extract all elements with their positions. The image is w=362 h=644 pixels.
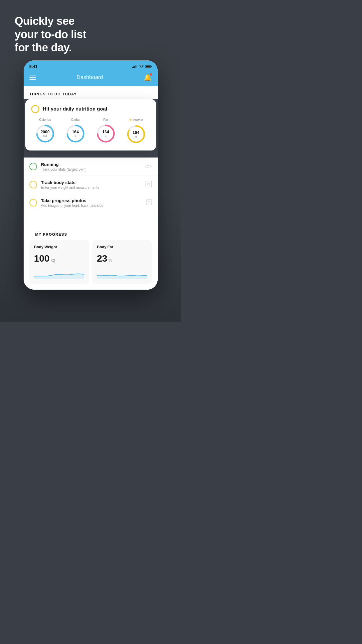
todo-circle-body-stats	[29, 181, 37, 188]
app-header: Dashboard 🔔	[24, 71, 158, 86]
todo-title-running: Running	[41, 162, 141, 167]
carbs-label: Carbs	[71, 118, 80, 121]
phone-frame: 9:41	[24, 60, 158, 290]
body-fat-number: 23	[97, 253, 108, 264]
hero-title: Quickly see your to-do list for the day.	[15, 15, 166, 55]
nutrition-circles: Calories 2000 cal	[31, 118, 150, 145]
status-bar: 9:41	[24, 60, 158, 71]
todo-subtitle-body-stats: Enter your weight and measurements	[41, 186, 141, 190]
calories-label: Calories	[39, 118, 51, 121]
body-weight-value-row: 100 kg	[34, 253, 84, 264]
todo-subtitle-photos: Add images of your front, back, and side	[41, 204, 142, 208]
nutrition-item-protein: ★ Protein 164 g	[126, 118, 147, 145]
progress-cards: Body Weight 100 kg	[29, 240, 152, 290]
nutrition-card-header: Hit your daily nutrition goal	[31, 105, 150, 113]
body-weight-title: Body Weight	[34, 245, 84, 249]
svg-rect-1	[133, 66, 134, 68]
wifi-icon	[139, 65, 144, 68]
shoe-icon	[145, 163, 152, 170]
todo-title-photos: Take progress photos	[41, 198, 142, 203]
todo-text-running: Running Track your stats (target: 5km)	[41, 162, 141, 172]
signal-icon	[132, 65, 137, 68]
nutrition-card-title: Hit your daily nutrition goal	[43, 106, 107, 112]
svg-rect-5	[146, 65, 150, 67]
protein-label: ★ Protein	[129, 118, 143, 122]
nutrition-card: Hit your daily nutrition goal Calories	[25, 99, 156, 150]
todo-item-photos[interactable]: Take progress photos Add images of your …	[24, 194, 158, 212]
todo-list: Running Track your stats (target: 5km)	[24, 158, 158, 212]
body-fat-chart	[97, 267, 147, 279]
header-title: Dashboard	[77, 74, 103, 80]
body-fat-value-row: 23 %	[97, 253, 147, 264]
hamburger-menu[interactable]	[29, 76, 36, 80]
body-weight-number: 100	[34, 253, 50, 264]
fat-ring: 164 g	[95, 123, 116, 144]
todo-item-running[interactable]: Running Track your stats (target: 5km)	[24, 158, 158, 176]
protein-value: 164 g	[133, 130, 139, 138]
fat-label: Fat	[103, 118, 108, 121]
svg-rect-15	[146, 181, 152, 187]
todo-text-photos: Take progress photos Add images of your …	[41, 198, 142, 208]
nutrition-item-carbs: Carbs 164 g	[65, 118, 86, 145]
person-icon	[146, 199, 152, 207]
notification-bell[interactable]: 🔔	[144, 74, 152, 81]
progress-section-title: MY PROGRESS	[29, 226, 152, 240]
carbs-value: 164 g	[72, 130, 79, 137]
notification-dot	[150, 73, 152, 76]
svg-rect-2	[134, 66, 135, 68]
status-time: 9:41	[29, 64, 38, 69]
calories-value: 2000 cal	[41, 130, 50, 137]
status-icons	[132, 65, 152, 68]
progress-section: MY PROGRESS Body Weight 100 kg	[24, 220, 158, 290]
spacer	[24, 212, 158, 220]
carbs-ring: 164 g	[65, 123, 86, 144]
svg-rect-3	[136, 65, 136, 68]
progress-card-fat[interactable]: Body Fat 23 %	[92, 240, 152, 284]
body-fat-unit: %	[108, 258, 112, 262]
protein-ring: 164 g	[126, 124, 147, 145]
nutrition-item-fat: Fat 164 g	[95, 118, 116, 145]
battery-icon	[145, 65, 152, 68]
todo-subtitle-running: Track your stats (target: 5km)	[41, 167, 141, 172]
todo-text-body-stats: Track body stats Enter your weight and m…	[41, 180, 141, 190]
body-weight-unit: kg	[51, 258, 55, 262]
fat-value: 164 g	[102, 130, 109, 137]
things-header: THINGS TO DO TODAY	[24, 86, 158, 100]
things-section-title: THINGS TO DO TODAY	[24, 86, 158, 100]
svg-rect-0	[132, 67, 133, 68]
body-weight-chart	[34, 267, 84, 279]
todo-item-body-stats[interactable]: Track body stats Enter your weight and m…	[24, 176, 158, 194]
svg-rect-6	[151, 66, 152, 67]
todo-title-body-stats: Track body stats	[41, 180, 141, 185]
scale-icon	[145, 181, 152, 189]
hero-section: Quickly see your to-do list for the day.	[6, 12, 175, 55]
todo-circle-nutrition[interactable]	[31, 105, 39, 113]
nutrition-item-calories: Calories 2000 cal	[35, 118, 56, 145]
todo-circle-photos	[29, 199, 37, 206]
calories-ring: 2000 cal	[35, 123, 56, 144]
progress-card-weight[interactable]: Body Weight 100 kg	[29, 240, 89, 284]
todo-circle-running	[29, 163, 37, 170]
svg-point-18	[148, 199, 150, 202]
body-fat-title: Body Fat	[97, 245, 147, 249]
star-icon: ★	[129, 118, 132, 122]
